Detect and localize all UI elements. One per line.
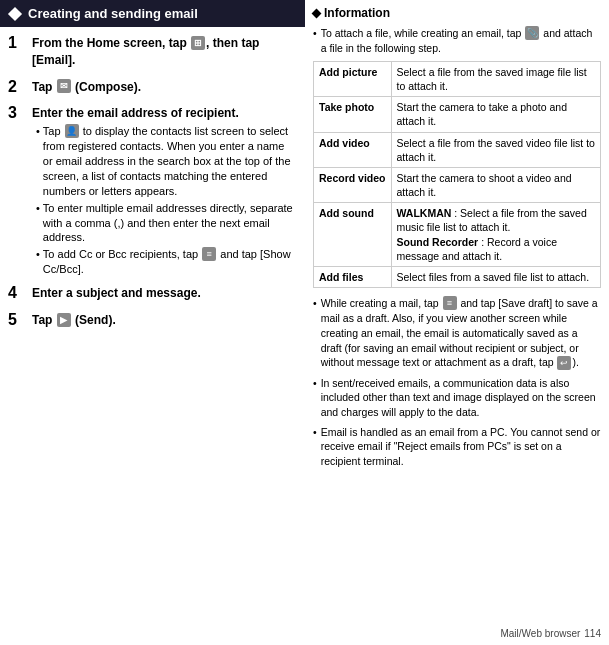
info-bullets-section: • While creating a mail, tap ≡ and tap […: [313, 296, 601, 474]
step-1-number: 1: [8, 35, 26, 51]
attach-icon: 📎: [525, 26, 539, 40]
step-3: 3 Enter the email address of recipient. …: [8, 105, 297, 277]
menu-icon: ≡: [202, 247, 216, 261]
step-5-title: Tap ▶ (Send).: [32, 312, 297, 329]
table-desc-record-video: Start the camera to shoot a video and at…: [391, 167, 600, 202]
step-5-content: Tap ▶ (Send).: [32, 312, 297, 331]
table-desc-take-photo: Start the camera to take a photo and att…: [391, 97, 600, 132]
table-label-add-picture: Add picture: [314, 61, 392, 96]
step-1-title: From the Home screen, tap ⊞, then tap [E…: [32, 35, 297, 69]
step-2: 2 Tap ✉ (Compose).: [8, 79, 297, 98]
table-row-add-files: Add files Select files from a saved file…: [314, 266, 601, 287]
info-table: Add picture Select a file from the saved…: [313, 61, 601, 288]
table-desc-add-files: Select files from a saved file list to a…: [391, 266, 600, 287]
table-desc-add-picture: Select a file from the saved image file …: [391, 61, 600, 96]
chapter-title: Creating and sending email: [28, 6, 198, 21]
bullet-dot-2: •: [36, 201, 40, 246]
table-row-add-sound: Add sound WALKMAN : Select a file from t…: [314, 203, 601, 267]
diamond-icon: [8, 6, 22, 20]
home-icon: ⊞: [191, 36, 205, 50]
step-3-bullet-1: • Tap 👤 to display the contacts list scr…: [36, 124, 297, 198]
contacts-icon: 👤: [65, 124, 79, 138]
footer-label: Mail/Web browser: [500, 628, 580, 639]
compose-icon: ✉: [57, 79, 71, 93]
step-1: 1 From the Home screen, tap ⊞, then tap …: [8, 35, 297, 71]
right-column: Information • To attach a file, while cr…: [305, 0, 609, 645]
bullet-3-text: Email is handled as an email from a PC. …: [321, 425, 601, 469]
table-desc-add-sound: WALKMAN : Select a file from the saved m…: [391, 203, 600, 267]
left-column: Creating and sending email 1 From the Ho…: [0, 0, 305, 645]
table-row-add-picture: Add picture Select a file from the saved…: [314, 61, 601, 96]
bullet-3-dot: •: [313, 425, 317, 440]
page-footer: Mail/Web browser 114: [313, 624, 601, 639]
step-4-content: Enter a subject and message.: [32, 285, 297, 304]
bullet-dot-3: •: [36, 247, 40, 277]
info-title-text: Information: [324, 6, 390, 20]
step-3-number: 3: [8, 105, 26, 121]
menu-icon-2: ≡: [443, 296, 457, 310]
bullet-dot: •: [36, 124, 40, 198]
step-3-bullet-1-text: Tap 👤 to display the contacts list scree…: [43, 124, 297, 198]
bullet-1-dot: •: [313, 296, 317, 311]
table-label-take-photo: Take photo: [314, 97, 392, 132]
chapter-header: Creating and sending email: [0, 0, 305, 27]
table-label-add-video: Add video: [314, 132, 392, 167]
page-number: 114: [584, 628, 601, 639]
step-3-bullet-3: • To add Cc or Bcc recipients, tap ≡ and…: [36, 247, 297, 277]
table-row-add-video: Add video Select a file from the saved v…: [314, 132, 601, 167]
info-intro: • To attach a file, while creating an em…: [313, 26, 601, 56]
table-row-take-photo: Take photo Start the camera to take a ph…: [314, 97, 601, 132]
step-3-bullet-2: • To enter multiple email addresses dire…: [36, 201, 297, 246]
step-3-bullet-3-text: To add Cc or Bcc recipients, tap ≡ and t…: [43, 247, 297, 277]
back-icon: ↩: [557, 356, 571, 370]
table-label-add-sound: Add sound: [314, 203, 392, 267]
info-bullet-1: • While creating a mail, tap ≡ and tap […: [313, 296, 601, 371]
bullet-2-dot: •: [313, 376, 317, 391]
step-5: 5 Tap ▶ (Send).: [8, 312, 297, 331]
table-row-record-video: Record video Start the camera to shoot a…: [314, 167, 601, 202]
table-label-add-files: Add files: [314, 266, 392, 287]
step-4-number: 4: [8, 285, 26, 301]
intro-bullet-dot: •: [313, 26, 317, 41]
step-2-content: Tap ✉ (Compose).: [32, 79, 297, 98]
section-diamond-icon: [312, 8, 322, 18]
info-bullet-3: • Email is handled as an email from a PC…: [313, 425, 601, 469]
intro-text: To attach a file, while creating an emai…: [321, 26, 601, 56]
step-4: 4 Enter a subject and message.: [8, 285, 297, 304]
bullet-1-text: While creating a mail, tap ≡ and tap [Sa…: [321, 296, 601, 371]
info-bullet-2: • In sent/received emails, a communicati…: [313, 376, 601, 420]
step-3-bullet-2-text: To enter multiple email addresses direct…: [43, 201, 297, 246]
step-3-title: Enter the email address of recipient.: [32, 105, 297, 122]
send-icon: ▶: [57, 313, 71, 327]
table-label-record-video: Record video: [314, 167, 392, 202]
info-intro-bullet: • To attach a file, while creating an em…: [313, 26, 601, 61]
step-2-title: Tap ✉ (Compose).: [32, 79, 297, 96]
step-1-content: From the Home screen, tap ⊞, then tap [E…: [32, 35, 297, 71]
table-desc-add-video: Select a file from the saved video file …: [391, 132, 600, 167]
step-5-number: 5: [8, 312, 26, 328]
info-section-title: Information: [313, 6, 601, 20]
step-3-content: Enter the email address of recipient. • …: [32, 105, 297, 277]
step-4-title: Enter a subject and message.: [32, 285, 297, 302]
step-2-number: 2: [8, 79, 26, 95]
steps-section: 1 From the Home screen, tap ⊞, then tap …: [0, 27, 305, 645]
bullet-2-text: In sent/received emails, a communication…: [321, 376, 601, 420]
